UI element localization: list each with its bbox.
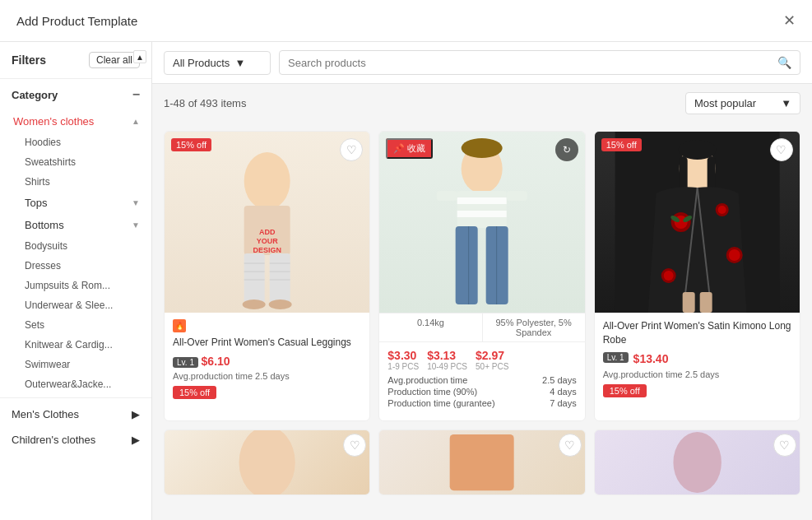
scroll-up-icon[interactable]: ▲ xyxy=(133,50,146,63)
bottom-card-2: ♡ xyxy=(378,429,585,495)
womens-clothes-label: Women's clothes xyxy=(13,115,94,128)
sweatshirts-label: Sweatshirts xyxy=(25,156,76,168)
search-bar: 🔍 xyxy=(279,50,800,75)
category-label: Category xyxy=(12,89,58,101)
sub-item-sets[interactable]: Sets xyxy=(0,315,151,335)
level-row-3: Lv. 1 $13.40 xyxy=(603,352,791,366)
bottom-card-1: ♡ xyxy=(164,429,370,495)
price-range-3: 50+ PCS xyxy=(476,362,508,371)
svg-rect-42 xyxy=(699,292,712,313)
product-image-2: 15% off 📌 收藏 ↻ xyxy=(379,132,584,313)
action-button-2[interactable]: ↻ xyxy=(555,138,578,161)
material-value: 95% Polyester, 5% Spandex xyxy=(495,318,571,337)
top-bar: All Products ▼ 🔍 xyxy=(152,42,812,84)
clear-all-button[interactable]: Clear all xyxy=(89,52,140,68)
sub-item-dresses[interactable]: Dresses xyxy=(0,256,151,276)
price-tier-1: $3.30 1-9 PCS xyxy=(387,349,419,371)
product-brand-1: 🔥 xyxy=(173,319,361,332)
price-tier-3: $2.97 50+ PCS xyxy=(476,349,508,371)
sidebar-item-childrens-clothes[interactable]: Children's clothes ▶ xyxy=(0,427,151,453)
weight-value: 0.14kg xyxy=(417,318,444,327)
hoodies-label: Hoodies xyxy=(25,137,61,148)
results-bar: 1-48 of 493 items Most popular ▼ xyxy=(152,84,812,123)
results-count: 1-48 of 493 items xyxy=(164,97,246,109)
svg-rect-19 xyxy=(457,211,507,217)
sidebar-item-womens-clothes[interactable]: Women's clothes ▲ xyxy=(0,110,151,132)
sub-item-knitwear[interactable]: Knitwear & Cardig... xyxy=(0,335,151,355)
prices-row-2: $3.30 1-9 PCS $3.13 10-49 PCS $2.97 50+ … xyxy=(387,349,576,371)
material-cell: 95% Polyester, 5% Spandex xyxy=(483,313,585,341)
collect-button-2[interactable]: 📌 收藏 xyxy=(386,138,433,159)
svg-rect-17 xyxy=(457,191,507,228)
svg-text:DESIGN: DESIGN xyxy=(253,246,281,254)
swimwear-label: Swimwear xyxy=(25,359,70,370)
price-amount-2: $3.13 xyxy=(427,349,467,362)
brand-icon-1: 🔥 xyxy=(173,319,186,332)
wishlist-button-3[interactable]: ♡ xyxy=(770,138,793,161)
level-label-3: Lv. 1 xyxy=(607,353,624,362)
svg-point-45 xyxy=(673,432,722,493)
sub-item-underwear[interactable]: Underwear & Slee... xyxy=(0,295,151,315)
product-card-2: 15% off 📌 收藏 ↻ 0.14kg 95% Polyester, 5% … xyxy=(378,131,585,421)
products-grid: ADD YOUR DESIGN xyxy=(152,123,812,429)
sub-item-swimwear[interactable]: Swimwear xyxy=(0,355,151,374)
chevron-down-sort-icon: ▼ xyxy=(781,97,791,109)
collapse-icon[interactable]: − xyxy=(132,87,140,102)
search-input[interactable] xyxy=(288,57,777,69)
wishlist-button-bottom-2[interactable]: ♡ xyxy=(559,434,582,457)
svg-point-0 xyxy=(244,152,290,210)
collect-label-2: 收藏 xyxy=(407,142,425,155)
chevron-right-mens-icon: ▶ xyxy=(132,408,140,420)
price-range-2: 10-49 PCS xyxy=(427,362,467,371)
product-info-1: 🔥 All-Over Print Women's Casual Leggings… xyxy=(165,313,369,406)
discount-badge-1: 15% off xyxy=(171,138,211,151)
level-badge-3: Lv. 1 xyxy=(603,352,629,363)
sub-item-bodysuits[interactable]: Bodysuits xyxy=(0,236,151,256)
price-range-1: 1-9 PCS xyxy=(387,362,419,371)
discount-badge-3: 15% off xyxy=(601,138,642,151)
underwear-label: Underwear & Slee... xyxy=(25,299,113,311)
sort-dropdown[interactable]: Most popular ▼ xyxy=(685,92,800,114)
product-info-3: All-Over Print Women's Satin Kimono Long… xyxy=(595,313,800,404)
modal-body: Filters Clear all ▲ Category − Women's c… xyxy=(0,42,812,520)
wishlist-button-bottom-3[interactable]: ♡ xyxy=(773,434,796,457)
sidebar: Filters Clear all ▲ Category − Women's c… xyxy=(0,42,152,520)
chevron-down-bottoms-icon: ▼ xyxy=(132,221,140,230)
off-badge-1: 15% off xyxy=(173,386,216,399)
product-name-3: All-Over Print Women's Satin Kimono Long… xyxy=(603,319,791,347)
sub-item-outerwear[interactable]: Outerwear&Jacke... xyxy=(0,374,151,394)
bodysuits-label: Bodysuits xyxy=(25,240,67,252)
bottom-card-3: ♡ xyxy=(594,429,800,495)
filters-label: Filters xyxy=(12,53,46,67)
sidebar-item-mens-clothes[interactable]: Men's Clothes ▶ xyxy=(0,402,151,427)
production-table-2: Avg.production time 2.5 days Production … xyxy=(387,374,576,409)
svg-point-16 xyxy=(462,138,503,158)
svg-point-34 xyxy=(728,249,740,261)
price-amount-1: $3.30 xyxy=(387,349,419,362)
close-button[interactable]: ✕ xyxy=(783,12,796,30)
main-content: All Products ▼ 🔍 1-48 of 493 items Most … xyxy=(152,42,812,520)
svg-point-13 xyxy=(243,299,266,309)
sidebar-item-tops[interactable]: Tops ▼ xyxy=(0,192,151,214)
modal-header: Add Product Template ✕ xyxy=(0,0,812,42)
bottoms-label: Bottoms xyxy=(25,219,64,231)
sub-item-hoodies[interactable]: Hoodies xyxy=(0,132,151,152)
mens-clothes-label: Men's Clothes xyxy=(12,408,79,420)
search-icon: 🔍 xyxy=(777,56,791,69)
filters-header: Filters Clear all ▲ xyxy=(0,42,151,79)
knitwear-label: Knitwear & Cardig... xyxy=(25,339,113,351)
svg-point-14 xyxy=(269,299,292,309)
sidebar-item-bottoms[interactable]: Bottoms ▼ xyxy=(0,214,151,236)
avg-time-3: Avg.production time 2.5 days xyxy=(603,369,791,379)
sub-item-shirts[interactable]: Shirts xyxy=(0,172,151,192)
level-label-1: Lv. 1 xyxy=(177,358,194,367)
sub-item-jumpsuits[interactable]: Jumpsuits & Rom... xyxy=(0,276,151,295)
all-products-dropdown[interactable]: All Products ▼ xyxy=(164,51,271,75)
svg-rect-18 xyxy=(457,197,507,204)
sub-item-sweatshirts[interactable]: Sweatshirts xyxy=(0,152,151,172)
svg-rect-20 xyxy=(437,191,457,201)
svg-point-38 xyxy=(717,206,726,214)
svg-point-36 xyxy=(663,271,673,281)
tops-label: Tops xyxy=(25,197,47,209)
svg-rect-41 xyxy=(682,292,694,313)
